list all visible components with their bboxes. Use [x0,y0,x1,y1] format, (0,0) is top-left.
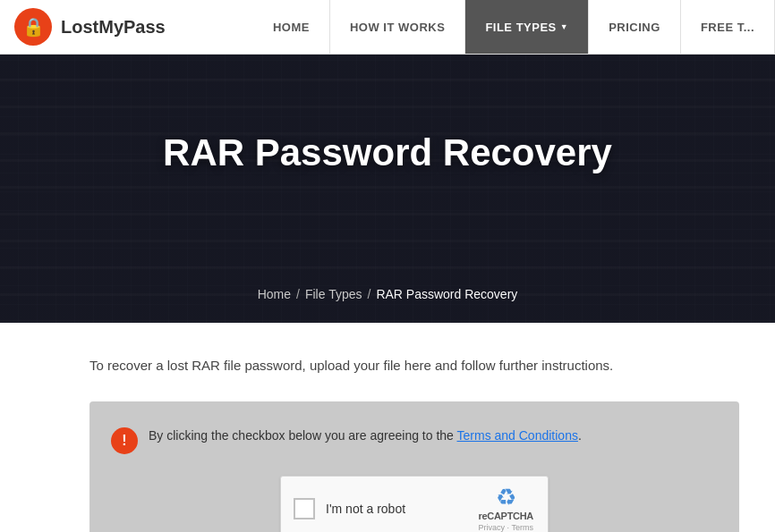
nav-home[interactable]: HOME [253,0,330,54]
agreement-text: By clicking the checkbox below you are a… [149,426,582,445]
recaptcha-links: Privacy · Terms [479,523,533,532]
logo-icon: 🔒 [14,8,52,46]
logo-area: 🔒 LostMyPass [14,8,166,46]
captcha-checkbox[interactable] [294,498,315,519]
breadcrumb-sep-2: / [367,287,370,301]
header: 🔒 LostMyPass HOME HOW IT WORKS FILE TYPE… [0,0,775,55]
hero-background [0,55,775,323]
nav-pricing[interactable]: PRICING [589,0,681,54]
recaptcha-privacy-link[interactable]: Privacy [479,523,506,532]
recaptcha-terms-link[interactable]: Terms [511,523,533,532]
breadcrumb: Home / File Types / RAR Password Recover… [258,287,518,301]
hero-section: RAR Password Recovery Home / File Types … [0,55,775,323]
breadcrumb-sep-1: / [296,287,300,301]
recaptcha-logo-icon: ♻ [496,486,516,509]
agreement-text-before: By clicking the checkbox below you are a… [149,428,457,443]
main-content: To recover a lost RAR file password, upl… [0,323,775,532]
breadcrumb-file-types[interactable]: File Types [305,287,362,301]
main-nav: HOME HOW IT WORKS FILE TYPES PRICING FRE… [253,0,775,54]
breadcrumb-current: RAR Password Recovery [376,287,517,301]
captcha-widget: I'm not a robot ♻ reCAPTCHA Privacy · Te… [280,476,549,532]
nav-file-types[interactable]: FILE TYPES [465,0,589,54]
agreement-text-end: . [578,428,582,443]
captcha-label: I'm not a robot [326,502,405,516]
upload-box: ! By clicking the checkbox below you are… [89,401,739,532]
captcha-right: ♻ reCAPTCHA Privacy · Terms [479,486,533,532]
captcha-left: I'm not a robot [294,498,405,519]
breadcrumb-home[interactable]: Home [258,287,291,301]
agreement-row: ! By clicking the checkbox below you are… [111,426,718,454]
recaptcha-brand: reCAPTCHA [479,511,533,521]
nav-free-trial[interactable]: FREE T... [681,0,775,54]
nav-how-it-works[interactable]: HOW IT WORKS [330,0,465,54]
terms-link[interactable]: Terms and Conditions [457,428,578,443]
page-description: To recover a lost RAR file password, upl… [89,355,739,376]
alert-icon: ! [111,427,138,454]
page-title: RAR Password Recovery [163,131,612,174]
logo-text: LostMyPass [61,17,166,38]
